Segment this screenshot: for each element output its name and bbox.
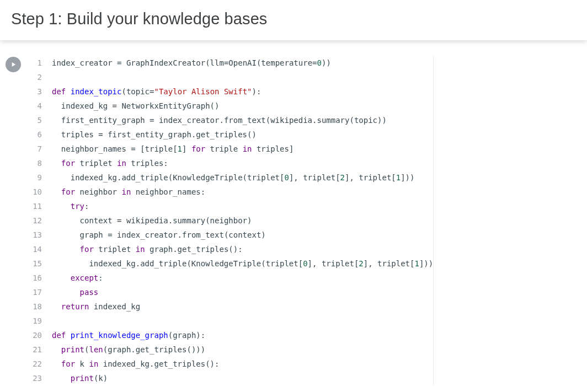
code-line <box>52 314 433 328</box>
code-line: def print_knowledge_graph(graph): <box>52 328 433 342</box>
code-line: return indexed_kg <box>52 299 433 314</box>
code-editor[interactable]: index_creator = GraphIndexCreator(llm=Op… <box>47 56 434 385</box>
line-number: 11 <box>29 199 42 213</box>
code-line: pass <box>52 285 433 299</box>
code-line: indexed_kg.add_triple(KnowledgeTriple(tr… <box>52 170 433 185</box>
code-line: for triplet in graph.get_triples(): <box>52 242 433 256</box>
code-line: for k in indexed_kg.get_triples(): <box>52 357 433 371</box>
section-title: Step 1: Build your knowledge bases <box>11 10 576 28</box>
line-number: 7 <box>29 142 42 156</box>
code-line: except: <box>52 271 433 285</box>
line-number: 19 <box>29 314 42 328</box>
code-line: print(len(graph.get_triples())) <box>52 342 433 357</box>
code-line: context = wikipedia.summary(neighbor) <box>52 213 433 228</box>
code-line: first_entity_graph = index_creator.from_… <box>52 113 433 127</box>
code-line: for triplet in triples: <box>52 156 433 170</box>
code-line: neighbor_names = [triple[1] for triple i… <box>52 142 433 156</box>
code-line: def index_topic(topic="Taylor Alison Swi… <box>52 84 433 99</box>
line-number: 10 <box>29 185 42 199</box>
line-number: 5 <box>29 113 42 127</box>
line-number: 6 <box>29 127 42 142</box>
line-number: 16 <box>29 271 42 285</box>
line-number: 1 <box>29 56 42 70</box>
line-number: 23 <box>29 371 42 385</box>
line-number-gutter: 1234567891011121314151617181920212223 <box>29 56 47 385</box>
code-line: indexed_kg.add_triple(KnowledgeTriple(tr… <box>52 256 433 271</box>
code-line: try: <box>52 199 433 213</box>
line-number: 20 <box>29 328 42 342</box>
line-number: 13 <box>29 228 42 242</box>
line-number: 17 <box>29 285 42 299</box>
code-line <box>52 70 433 84</box>
code-line: print(k) <box>52 371 433 385</box>
line-number: 8 <box>29 156 42 170</box>
line-number: 22 <box>29 357 42 371</box>
code-cell: 1234567891011121314151617181920212223 in… <box>0 56 587 385</box>
code-line: index_creator = GraphIndexCreator(llm=Op… <box>52 56 433 70</box>
line-number: 3 <box>29 84 42 99</box>
line-number: 21 <box>29 342 42 357</box>
code-line: indexed_kg = NetworkxEntityGraph() <box>52 99 433 113</box>
line-number: 12 <box>29 213 42 228</box>
line-number: 2 <box>29 70 42 84</box>
line-number: 18 <box>29 299 42 314</box>
code-line: for neighbor in neighbor_names: <box>52 185 433 199</box>
run-cell-button[interactable] <box>6 57 21 72</box>
line-number: 4 <box>29 99 42 113</box>
section-header: Step 1: Build your knowledge bases <box>0 0 587 40</box>
code-line: graph = index_creator.from_text(context) <box>52 228 433 242</box>
line-number: 9 <box>29 170 42 185</box>
line-number: 15 <box>29 256 42 271</box>
code-line: triples = first_entity_graph.get_triples… <box>52 127 433 142</box>
line-number: 14 <box>29 242 42 256</box>
play-icon <box>9 61 17 68</box>
